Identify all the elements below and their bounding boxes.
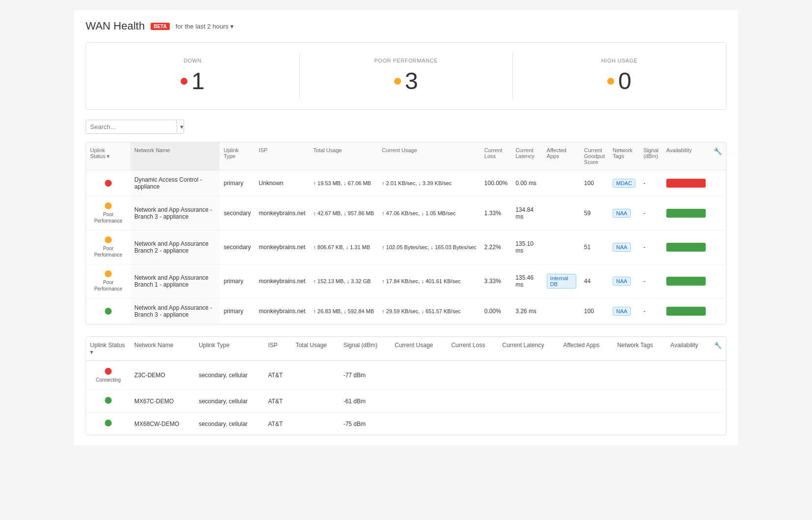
network-name-cell: Network and App Assurance Branch 2 - app… xyxy=(130,230,219,264)
second-table-row: Connecting Z3C-DEMO secondary, cellular … xyxy=(86,361,726,390)
network-tag-badge: NAA xyxy=(613,277,631,286)
dot-red-down xyxy=(181,78,187,85)
th2-isp: ISP xyxy=(264,337,292,361)
current-latency-cell: 0.00 ms xyxy=(511,170,542,196)
th-network-name: Network Name xyxy=(130,142,219,170)
total-usage-cell: ↑ 806.67 KB, ↓ 1.31 MB xyxy=(310,230,378,264)
isp-cell: Unknown xyxy=(255,170,310,196)
th-isp: ISP xyxy=(255,142,310,170)
affected-apps-cell-2 xyxy=(559,361,613,390)
summary-value-poor: 3 xyxy=(310,67,503,95)
th-wrench[interactable]: 🔧 xyxy=(710,142,726,170)
uplink-type-cell: secondary xyxy=(219,196,254,230)
current-loss-cell-2 xyxy=(447,361,499,390)
network-tags-cell-2 xyxy=(613,390,666,413)
uplink-status-cell: Poor Performance xyxy=(86,264,130,298)
affected-apps-cell xyxy=(543,298,580,325)
current-latency-cell-2 xyxy=(498,361,559,390)
search-input[interactable] xyxy=(86,120,177,133)
isp-cell-2: AT&T xyxy=(264,361,292,390)
availability-cell xyxy=(662,196,710,230)
main-table-row: Dynamic Access Control - appliance prima… xyxy=(86,170,726,196)
th-uplink-type: UplinkType xyxy=(219,142,254,170)
uplink-type-cell-2: secondary, cellular xyxy=(195,361,264,390)
search-wrapper[interactable]: ▾ xyxy=(86,120,184,134)
goodput-score-cell: 59 xyxy=(580,196,609,230)
th2-network-name: Network Name xyxy=(130,337,195,361)
th2-current-usage: Current Usage xyxy=(391,337,447,361)
wrench-icon-2[interactable]: 🔧 xyxy=(714,342,722,349)
summary-count-poor: 3 xyxy=(405,67,418,95)
total-usage-cell-2 xyxy=(292,361,340,390)
availability-cell xyxy=(662,298,710,325)
th-current-loss: CurrentLoss xyxy=(480,142,511,170)
current-loss-cell: 2.22% xyxy=(480,230,511,264)
isp-cell-2: AT&T xyxy=(264,390,292,413)
status-dot xyxy=(105,180,112,187)
uplink-type-cell: primary xyxy=(219,170,254,196)
availability-cell-2 xyxy=(666,361,710,390)
isp-cell: monkeybrains.net xyxy=(255,196,310,230)
network-tags-cell-2 xyxy=(613,413,666,435)
isp-cell: monkeybrains.net xyxy=(255,264,310,298)
total-usage-cell: ↑ 152.13 MB, ↓ 3.32 GB xyxy=(310,264,378,298)
main-table-body: Dynamic Access Control - appliance prima… xyxy=(86,170,726,325)
second-table-body: Connecting Z3C-DEMO secondary, cellular … xyxy=(86,361,726,435)
status-dot xyxy=(105,236,112,243)
availability-cell-2 xyxy=(666,390,710,413)
current-loss-cell: 3.33% xyxy=(480,264,511,298)
status-dot-2 xyxy=(105,397,112,404)
network-tags-cell: MDAC xyxy=(609,170,639,196)
th-goodput-score: CurrentGoodputScore xyxy=(580,142,609,170)
goodput-score-cell: 51 xyxy=(580,230,609,264)
total-usage-cell-2 xyxy=(292,390,340,413)
main-table: UplinkStatus ▾ Network Name UplinkType I… xyxy=(86,142,726,324)
signal-cell-2: -75 dBm xyxy=(340,413,391,435)
signal-cell: - xyxy=(639,196,662,230)
time-filter[interactable]: for the last 2 hours ▾ xyxy=(176,23,234,30)
availability-bar xyxy=(666,243,706,252)
affected-apps-cell xyxy=(543,230,580,264)
time-filter-chevron: ▾ xyxy=(230,23,234,30)
second-table: Uplink Status ▾ Network Name Uplink Type… xyxy=(86,337,726,435)
th2-current-loss: Current Loss xyxy=(447,337,499,361)
current-loss-cell: 100.00% xyxy=(480,170,511,196)
main-table-row: Poor Performance Network and App Assuran… xyxy=(86,264,726,298)
total-usage-cell: ↑ 26.83 MB, ↓ 592.84 MB xyxy=(310,298,378,325)
summary-item-high: HIGH USAGE 0 xyxy=(513,53,726,99)
search-bar: ▾ xyxy=(86,120,726,134)
availability-cell xyxy=(662,264,710,298)
signal-cell: - xyxy=(639,264,662,298)
wrench-icon[interactable]: 🔧 xyxy=(714,147,722,155)
current-loss-cell: 1.33% xyxy=(480,196,511,230)
summary-label-down: DOWN xyxy=(96,58,289,64)
th-total-usage: Total Usage xyxy=(310,142,378,170)
availability-bar xyxy=(666,209,706,218)
uplink-status-cell xyxy=(86,298,130,325)
uplink-status-cell-2 xyxy=(86,390,130,413)
network-name-cell: Network and App Assurance Branch 1 - app… xyxy=(130,264,219,298)
th-uplink-status[interactable]: UplinkStatus ▾ xyxy=(86,142,130,170)
current-loss-cell-2 xyxy=(447,413,499,435)
uplink-status-cell: Poor Performance xyxy=(86,230,130,264)
dot-yellow-poor xyxy=(394,78,401,85)
dot-yellow-high xyxy=(607,78,614,85)
th2-wrench[interactable]: 🔧 xyxy=(710,337,726,361)
network-tags-cell: NAA xyxy=(609,196,639,230)
th-current-usage: Current Usage xyxy=(378,142,480,170)
search-dropdown-btn[interactable]: ▾ xyxy=(177,120,184,133)
network-name-cell: Network and App Assurance - Branch 3 - a… xyxy=(130,298,219,325)
beta-badge: BETA xyxy=(151,23,169,30)
summary-value-down: 1 xyxy=(96,67,289,95)
current-latency-cell: 134.84 ms xyxy=(511,196,542,230)
uplink-status-cell-2: Connecting xyxy=(86,361,130,390)
network-tags-cell-2 xyxy=(613,361,666,390)
th2-uplink-status[interactable]: Uplink Status ▾ xyxy=(86,337,130,361)
uplink-status-cell-2 xyxy=(86,413,130,435)
affected-apps-cell-2 xyxy=(559,413,613,435)
main-table-row: Poor Performance Network and App Assuran… xyxy=(86,196,726,230)
uplink-type-cell: primary xyxy=(219,298,254,325)
th2-network-tags: Network Tags xyxy=(613,337,666,361)
summary-label-high: HIGH USAGE xyxy=(523,58,716,64)
affected-apps-cell-2 xyxy=(559,390,613,413)
